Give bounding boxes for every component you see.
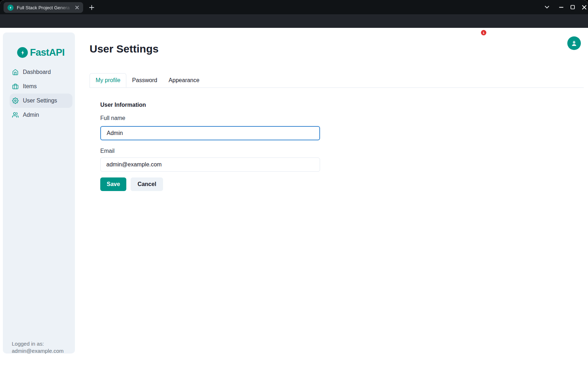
full-name-input[interactable] [100, 126, 320, 140]
sidebar-item-dashboard[interactable]: Dashboard [10, 65, 72, 79]
browser-tab[interactable]: Full Stack Project Genera [4, 2, 83, 13]
sidebar-item-label: User Settings [23, 97, 57, 104]
briefcase-icon [12, 83, 19, 90]
sidebar-item-label: Dashboard [23, 69, 51, 75]
window-close-button[interactable] [578, 0, 588, 14]
window-maximize-button[interactable] [567, 0, 579, 14]
home-icon [12, 69, 19, 75]
app-sidebar: FastAPI Dashboard Items [3, 32, 75, 354]
cancel-button[interactable]: Cancel [131, 177, 163, 191]
email-label: Email [100, 148, 115, 154]
sidebar-item-user-settings[interactable]: User Settings [10, 94, 72, 108]
page-content: FastAPI Dashboard Items [0, 28, 588, 366]
tab-password[interactable]: Password [126, 73, 163, 87]
logged-in-info: Logged in as: admin@example.com [12, 340, 64, 355]
logged-in-label: Logged in as: [12, 340, 64, 347]
fastapi-logo-text: FastAPI [30, 47, 65, 58]
window-minimize-button[interactable] [555, 0, 567, 14]
email-input[interactable] [100, 157, 320, 172]
tab-title: Full Stack Project Genera [17, 5, 74, 10]
fastapi-logo-icon [17, 47, 28, 58]
users-icon [12, 112, 19, 118]
full-name-label: Full name [100, 115, 125, 121]
browser-toolbar: localhost/settings [0, 14, 588, 28]
logged-in-email: admin@example.com [12, 347, 64, 355]
page-title: User Settings [90, 42, 158, 56]
fastapi-favicon-icon [7, 5, 14, 11]
user-avatar-icon [571, 40, 578, 47]
section-title: User Information [100, 102, 146, 108]
sidebar-item-items[interactable]: Items [10, 79, 72, 94]
sidebar-item-admin[interactable]: Admin [10, 108, 72, 122]
user-menu-button[interactable] [567, 36, 581, 50]
tab-my-profile[interactable]: My profile [90, 73, 126, 87]
browser-window: Full Stack Project Genera [0, 0, 588, 366]
new-tab-button[interactable] [87, 3, 96, 12]
fastapi-logo[interactable]: FastAPI [17, 47, 65, 58]
browser-titlebar: Full Stack Project Genera [0, 0, 588, 14]
sidebar-nav: Dashboard Items User Settings [10, 65, 72, 122]
form-actions: Save Cancel [100, 177, 163, 191]
save-button[interactable]: Save [100, 177, 126, 191]
gear-icon [12, 97, 19, 104]
settings-tabs: My profile Password Appearance [90, 73, 584, 88]
sidebar-item-label: Admin [23, 112, 39, 118]
tab-search-chevron-icon[interactable] [541, 0, 553, 14]
rewards-notification-badge: 1 [481, 30, 486, 35]
tab-close-icon[interactable] [74, 4, 80, 11]
tab-appearance[interactable]: Appearance [163, 73, 205, 87]
sidebar-item-label: Items [23, 83, 37, 90]
